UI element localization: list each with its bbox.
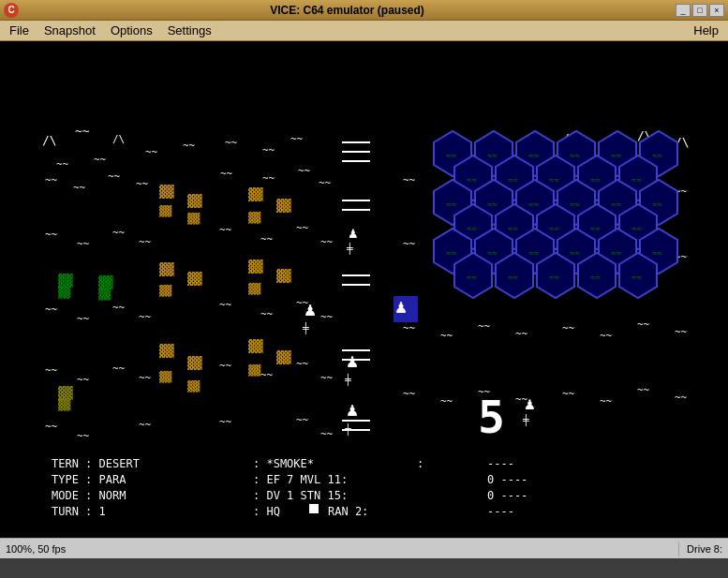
window-title: VICE: C64 emulator (paused) bbox=[19, 4, 676, 17]
svg-text:~~: ~~ bbox=[262, 172, 275, 185]
svg-text:~~: ~~ bbox=[136, 178, 149, 190]
maximize-button[interactable]: □ bbox=[692, 4, 707, 17]
svg-text:~~: ~~ bbox=[73, 182, 86, 194]
svg-text:▓▓: ▓▓ bbox=[276, 269, 291, 284]
menu-settings[interactable]: Settings bbox=[160, 22, 219, 39]
svg-text:~~: ~~ bbox=[320, 372, 334, 384]
svg-text:~~: ~~ bbox=[77, 238, 90, 250]
svg-text:≈≈: ≈≈ bbox=[508, 224, 518, 233]
app-status-bar: 100%, 50 fps Drive 8: bbox=[0, 538, 728, 558]
svg-text:▓▓: ▓▓ bbox=[248, 211, 261, 224]
svg-text:≈≈: ≈≈ bbox=[631, 273, 642, 282]
svg-text:~~: ~~ bbox=[296, 222, 309, 234]
svg-text:: DV  1  STN 15:: : DV 1 STN 15: bbox=[253, 489, 348, 502]
svg-text:≈≈: ≈≈ bbox=[467, 224, 477, 233]
svg-text:▓▓: ▓▓ bbox=[187, 194, 202, 209]
svg-text:~~: ~~ bbox=[675, 392, 688, 404]
svg-text:~~: ~~ bbox=[600, 395, 613, 408]
svg-text:~~: ~~ bbox=[320, 311, 334, 323]
svg-text:≈≈: ≈≈ bbox=[467, 273, 477, 282]
menu-options[interactable]: Options bbox=[103, 22, 160, 39]
close-button[interactable]: × bbox=[709, 4, 724, 17]
svg-text:----: ---- bbox=[487, 505, 514, 518]
svg-text:≈≈: ≈≈ bbox=[631, 224, 642, 233]
minimize-button[interactable]: _ bbox=[676, 4, 691, 17]
app-icon: C bbox=[4, 3, 19, 18]
svg-text:~~: ~~ bbox=[94, 154, 107, 166]
svg-text:♟: ♟ bbox=[349, 224, 358, 242]
svg-text:~~: ~~ bbox=[403, 238, 416, 250]
svg-text:▓▓: ▓▓ bbox=[187, 379, 201, 393]
svg-text:≈≈: ≈≈ bbox=[611, 200, 621, 209]
game-svg: /\ ~~ /\ ~~ ~~ ~~ ~~ ~~ ~~ ~~ ▓▓ ▓▓ ▓▓ ▓… bbox=[0, 41, 709, 519]
svg-text:▓▓: ▓▓ bbox=[159, 185, 174, 200]
svg-text:~~: ~~ bbox=[139, 372, 152, 384]
svg-text:~~: ~~ bbox=[220, 168, 233, 180]
menu-help[interactable]: Help bbox=[686, 22, 726, 39]
svg-text:♟: ♟ bbox=[305, 298, 316, 320]
svg-text:♟: ♟ bbox=[395, 295, 407, 318]
svg-text:≈≈: ≈≈ bbox=[508, 175, 518, 185]
svg-text:~~: ~~ bbox=[515, 328, 528, 340]
svg-text:≈≈: ≈≈ bbox=[570, 151, 580, 160]
status-divider bbox=[678, 541, 679, 556]
svg-text:~~: ~~ bbox=[45, 421, 58, 433]
svg-text:TURN :  1: TURN : 1 bbox=[52, 505, 106, 518]
svg-text:╪: ╪ bbox=[344, 373, 351, 386]
svg-text:~~: ~~ bbox=[219, 360, 232, 372]
svg-text:~~: ~~ bbox=[637, 319, 650, 331]
svg-text:~~: ~~ bbox=[112, 363, 126, 375]
svg-text:♟: ♟ bbox=[347, 398, 358, 421]
svg-text:≈≈: ≈≈ bbox=[549, 273, 559, 282]
svg-text:≈≈: ≈≈ bbox=[652, 200, 662, 209]
svg-text:MODE : NORM: MODE : NORM bbox=[52, 489, 126, 502]
fps-status: 100%, 50 fps bbox=[6, 543, 671, 555]
svg-text:♟: ♟ bbox=[347, 349, 358, 372]
svg-text:~~: ~~ bbox=[139, 419, 152, 431]
svg-text:/\: /\ bbox=[42, 133, 57, 147]
svg-text:~~: ~~ bbox=[403, 174, 416, 186]
svg-text:▓▓: ▓▓ bbox=[187, 272, 202, 287]
svg-text:~~: ~~ bbox=[219, 416, 232, 428]
svg-text:: *SMOKE*: : *SMOKE* bbox=[253, 457, 314, 470]
svg-text:≈≈: ≈≈ bbox=[652, 248, 662, 258]
svg-text:~~: ~~ bbox=[440, 330, 453, 342]
svg-text:0  ----: 0 ---- bbox=[487, 473, 527, 486]
svg-text:≈≈: ≈≈ bbox=[590, 273, 601, 282]
svg-text:≈≈: ≈≈ bbox=[570, 200, 580, 209]
svg-text:~~: ~~ bbox=[260, 308, 274, 320]
svg-text:▓▓: ▓▓ bbox=[58, 398, 71, 411]
svg-text:~~: ~~ bbox=[219, 299, 232, 311]
svg-text:~~: ~~ bbox=[319, 177, 332, 189]
svg-text:╪: ╪ bbox=[346, 242, 353, 255]
svg-rect-214 bbox=[309, 504, 319, 513]
svg-text:~~: ~~ bbox=[637, 384, 650, 396]
svg-text:~~: ~~ bbox=[320, 428, 334, 440]
svg-text:▓▓: ▓▓ bbox=[187, 356, 202, 371]
svg-text:~~: ~~ bbox=[260, 233, 274, 245]
svg-text:~~: ~~ bbox=[112, 227, 126, 239]
svg-text:▓▓: ▓▓ bbox=[248, 339, 263, 354]
svg-text:~~: ~~ bbox=[403, 322, 416, 334]
svg-text:~~: ~~ bbox=[77, 374, 90, 386]
svg-text:≈≈: ≈≈ bbox=[487, 151, 498, 160]
svg-text:~~: ~~ bbox=[600, 330, 613, 342]
svg-text:≈≈: ≈≈ bbox=[652, 151, 662, 160]
svg-text:≈≈: ≈≈ bbox=[487, 200, 498, 209]
svg-text:≈≈: ≈≈ bbox=[590, 224, 601, 233]
menu-bar: File Snapshot Options Settings Help bbox=[0, 21, 728, 41]
svg-text:≈≈: ≈≈ bbox=[446, 151, 456, 160]
svg-text:~~: ~~ bbox=[260, 369, 274, 381]
svg-text:TYPE : PARA: TYPE : PARA bbox=[52, 473, 126, 486]
menu-file[interactable]: File bbox=[2, 22, 37, 39]
svg-text:TERN : DESERT: TERN : DESERT bbox=[52, 457, 140, 470]
svg-text:~~: ~~ bbox=[145, 146, 158, 158]
svg-text:╪: ╪ bbox=[302, 321, 309, 334]
svg-text:╪: ╪ bbox=[522, 413, 529, 426]
svg-text:≈≈: ≈≈ bbox=[446, 200, 456, 209]
svg-text:~~: ~~ bbox=[139, 311, 152, 323]
menu-snapshot[interactable]: Snapshot bbox=[37, 22, 103, 39]
svg-text:~~: ~~ bbox=[262, 144, 275, 156]
svg-text:~~: ~~ bbox=[515, 393, 528, 406]
svg-text:RAN  2:: RAN 2: bbox=[328, 505, 368, 518]
